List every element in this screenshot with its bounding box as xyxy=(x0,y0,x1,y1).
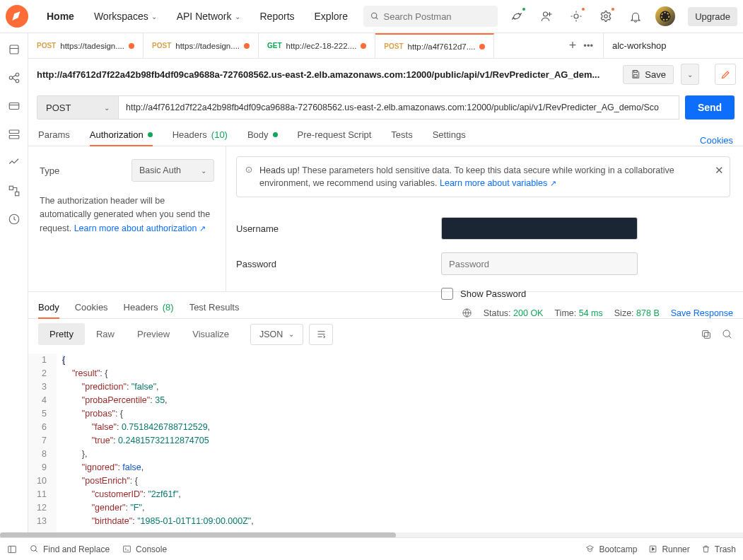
close-notice-button[interactable]: ✕ xyxy=(715,163,724,178)
svg-point-38 xyxy=(31,546,37,552)
svg-line-14 xyxy=(12,75,16,77)
search-response-icon[interactable] xyxy=(722,329,733,340)
notifications-icon[interactable] xyxy=(626,6,645,26)
fmt-preview[interactable]: Preview xyxy=(126,323,181,345)
tab-settings[interactable]: Settings xyxy=(433,124,466,146)
auth-help-link[interactable]: Learn more about authorization ↗ xyxy=(74,223,206,233)
svg-rect-18 xyxy=(9,130,19,134)
save-response-link[interactable]: Save Response xyxy=(671,308,733,318)
request-subtabs: Params Authorization Headers(10) Body Pr… xyxy=(28,121,743,146)
environments-icon[interactable] xyxy=(8,100,21,112)
chevron-down-icon: ⌄ xyxy=(201,167,206,175)
send-button[interactable]: Send xyxy=(685,95,735,119)
response-language-select[interactable]: JSON⌄ xyxy=(250,324,303,345)
request-tab[interactable]: POSThttps://tadesign.... xyxy=(28,33,144,58)
auth-type-select[interactable]: Basic Auth⌄ xyxy=(131,159,214,182)
svg-rect-16 xyxy=(9,103,19,110)
capture-icon[interactable] xyxy=(566,6,586,26)
invite-icon[interactable] xyxy=(537,6,556,26)
info-icon xyxy=(245,164,252,175)
tab-headers[interactable]: Headers(10) xyxy=(172,124,228,146)
fmt-raw[interactable]: Raw xyxy=(85,323,126,345)
svg-marker-43 xyxy=(653,547,655,550)
save-dropdown[interactable]: ⌄ xyxy=(681,64,699,85)
sidebar-toggle[interactable] xyxy=(7,544,17,554)
resp-tab-headers[interactable]: Headers (8) xyxy=(124,296,174,318)
variables-link[interactable]: Learn more about variables ↗ xyxy=(440,178,556,188)
collections-icon[interactable] xyxy=(8,43,21,56)
upgrade-button[interactable]: Upgrade xyxy=(688,7,737,26)
status-label: Status: xyxy=(484,308,511,318)
resp-tab-body[interactable]: Body xyxy=(38,296,59,318)
tab-tests[interactable]: Tests xyxy=(391,124,412,146)
http-method-select[interactable]: POST⌄ xyxy=(37,95,118,119)
tab-prerequest[interactable]: Pre-request Script xyxy=(298,124,372,146)
fmt-visualize[interactable]: Visualize xyxy=(181,323,240,345)
request-line: POST⌄ Send xyxy=(28,90,743,121)
search-box[interactable] xyxy=(363,6,498,27)
history-icon[interactable] xyxy=(8,213,21,226)
nav-reports[interactable]: Reports xyxy=(250,4,305,29)
new-tab-button[interactable]: + xyxy=(569,38,577,53)
response-tabs: Body Cookies Headers (8) Test Results St… xyxy=(28,292,743,318)
console-button[interactable]: Console xyxy=(122,544,167,554)
password-input[interactable] xyxy=(441,252,638,275)
settings-icon[interactable] xyxy=(596,6,616,26)
environment-selector[interactable]: alc-workshop xyxy=(603,33,743,58)
dirty-dot-icon xyxy=(361,43,366,49)
save-button[interactable]: Save xyxy=(623,65,674,84)
active-dot-icon xyxy=(273,132,278,137)
trash-button[interactable]: Trash xyxy=(701,544,736,554)
bootcamp-icon xyxy=(585,544,595,554)
svg-rect-33 xyxy=(703,330,708,336)
authorization-pane: Type Basic Auth⌄ The authorization heade… xyxy=(28,146,743,292)
json-viewer[interactable]: { "result": { "prediction": "false", "pr… xyxy=(57,354,743,537)
apis-icon[interactable] xyxy=(8,71,21,84)
edit-button[interactable] xyxy=(715,64,736,85)
postman-logo[interactable] xyxy=(6,5,28,28)
resp-tab-cookies[interactable]: Cookies xyxy=(75,296,108,318)
svg-point-5 xyxy=(574,14,578,18)
active-dot-icon xyxy=(148,132,153,137)
fmt-pretty[interactable]: Pretty xyxy=(38,323,85,345)
svg-point-0 xyxy=(372,13,377,18)
cookies-link[interactable]: Cookies xyxy=(700,135,733,146)
svg-line-35 xyxy=(729,336,731,338)
left-rail xyxy=(0,33,28,537)
svg-rect-23 xyxy=(634,71,638,73)
request-tab[interactable]: POSThttp://a4f7612d7.... xyxy=(375,33,494,58)
tab-overflow-button[interactable]: ••• xyxy=(583,40,593,51)
username-input[interactable] xyxy=(441,217,638,240)
request-url-input[interactable] xyxy=(118,95,679,119)
monitors-icon[interactable] xyxy=(8,156,21,169)
find-replace-button[interactable]: Find and Replace xyxy=(30,544,110,554)
wrap-lines-button[interactable] xyxy=(309,324,333,345)
breadcrumb-row: http://a4f7612d7f22a42b98fb4df09ca9688a-… xyxy=(28,59,743,90)
copy-icon[interactable] xyxy=(701,329,712,340)
nav-home[interactable]: Home xyxy=(37,4,84,29)
chevron-down-icon: ⌄ xyxy=(288,330,294,338)
search-icon xyxy=(370,11,379,21)
tab-params[interactable]: Params xyxy=(38,124,70,146)
nav-workspaces[interactable]: Workspaces⌄ xyxy=(84,4,167,29)
search-input[interactable] xyxy=(383,11,491,22)
chevron-down-icon: ⌄ xyxy=(235,13,240,21)
sync-icon[interactable] xyxy=(507,6,527,26)
resp-tab-test-results[interactable]: Test Results xyxy=(189,296,240,318)
request-tab[interactable]: GEThttp://ec2-18-222.... xyxy=(259,33,375,58)
panel-icon xyxy=(7,544,17,554)
request-tab[interactable]: POSThttps://tadesign.... xyxy=(144,33,259,58)
svg-point-12 xyxy=(16,73,19,76)
flows-icon[interactable] xyxy=(8,185,21,197)
runner-button[interactable]: Runner xyxy=(648,544,689,554)
status-value: 200 OK xyxy=(513,308,543,318)
size-label: Size: xyxy=(614,308,634,318)
tab-body[interactable]: Body xyxy=(247,124,278,146)
bootcamp-button[interactable]: Bootcamp xyxy=(585,544,637,554)
mock-servers-icon[interactable] xyxy=(8,128,21,141)
nav-api-network[interactable]: API Network⌄ xyxy=(167,4,250,29)
tab-authorization[interactable]: Authorization xyxy=(90,124,153,146)
svg-rect-21 xyxy=(15,192,18,196)
user-avatar[interactable] xyxy=(655,6,675,26)
nav-explore[interactable]: Explore xyxy=(305,4,358,29)
